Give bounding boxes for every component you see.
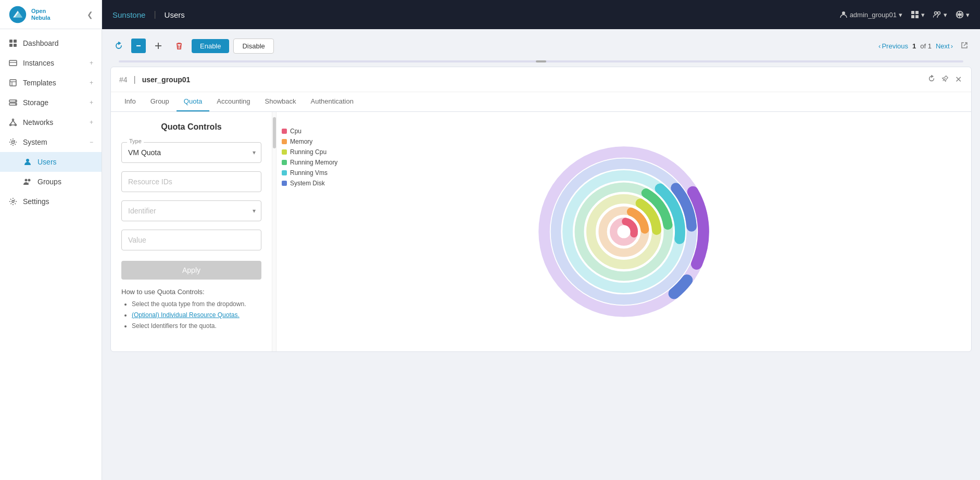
- instances-icon: [8, 58, 18, 68]
- sidebar-item-dashboard-label: Dashboard: [23, 39, 59, 47]
- cpu-legend-label: Cpu: [290, 128, 301, 135]
- sidebar-item-settings[interactable]: Settings: [0, 192, 102, 211]
- running-cpu-legend-dot: [282, 149, 287, 155]
- help-item-3: Select Identifiers for the quota.: [132, 322, 261, 331]
- svg-marker-33: [119, 42, 120, 44]
- tab-authentication[interactable]: Authentication: [304, 92, 361, 111]
- pagination-previous-btn[interactable]: ‹ Previous: [878, 42, 908, 50]
- minus-btn[interactable]: [131, 39, 146, 53]
- sidebar-item-settings-label: Settings: [23, 197, 49, 206]
- previous-chevron-icon: ‹: [878, 42, 881, 50]
- pagination-current: 1: [912, 42, 916, 50]
- topbar: Sunstone | Users admin_group01 ▾ ▾ ▾ ▾: [102, 0, 980, 29]
- delete-btn[interactable]: [171, 37, 187, 54]
- scrollbar-track[interactable]: [119, 60, 963, 62]
- scrollbar-thumb[interactable]: [536, 60, 546, 62]
- svg-point-31: [938, 12, 940, 15]
- topbar-separator: |: [154, 10, 156, 19]
- content-area: Enable Disable ‹ Previous 1 of 1 Next ›: [102, 29, 980, 480]
- resource-ids-form-group: [121, 171, 261, 192]
- quota-chart-area: Cpu Memory Running Cpu Running Memo: [277, 112, 971, 351]
- enable-btn[interactable]: Enable: [192, 39, 229, 53]
- sidebar-item-networks[interactable]: Networks +: [0, 112, 102, 132]
- identifier-form-group: Identifier ▾: [121, 200, 261, 221]
- svg-rect-4: [14, 44, 17, 47]
- type-form-group: Type VM Quota Network Quota Image Quota …: [121, 142, 261, 163]
- svg-point-22: [25, 179, 28, 182]
- grid-view-btn[interactable]: ▾: [911, 10, 925, 19]
- svg-line-37: [178, 45, 179, 48]
- type-select[interactable]: VM Quota Network Quota Image Quota Datas…: [128, 148, 255, 157]
- identifier-select[interactable]: Identifier: [128, 207, 255, 215]
- sidebar-nav: Dashboard Instances + Templates + Storag…: [0, 29, 102, 480]
- svg-point-21: [26, 159, 29, 162]
- type-label: Type: [127, 138, 144, 144]
- chart-legend: Cpu Memory Running Cpu Running Memo: [277, 122, 343, 192]
- type-field-wrap: Type VM Quota Network Quota Image Quota …: [121, 142, 261, 163]
- sidebar-logo-text: Open Nebula: [31, 8, 51, 20]
- svg-line-39: [964, 43, 967, 46]
- help-list: Select the quota type from the dropdown.…: [121, 300, 261, 330]
- sidebar-item-storage[interactable]: Storage +: [0, 93, 102, 112]
- individual-resource-link[interactable]: (Optional) Individual Resource Quotas.: [132, 311, 240, 319]
- resource-ids-input[interactable]: [128, 178, 255, 186]
- sidebar-item-groups[interactable]: Groups: [0, 172, 102, 192]
- legend-cpu: Cpu: [282, 128, 337, 135]
- sidebar-item-templates[interactable]: Templates +: [0, 73, 102, 93]
- svg-point-25: [842, 11, 845, 15]
- pagination-next-btn[interactable]: Next ›: [936, 42, 953, 50]
- sidebar-item-users-label: Users: [37, 158, 57, 166]
- pagination-of-label: of 1: [920, 42, 932, 50]
- apply-btn[interactable]: Apply: [121, 261, 261, 280]
- running-vms-legend-label: Running Vms: [290, 169, 328, 176]
- sidebar-collapse-btn[interactable]: ❮: [87, 10, 93, 19]
- tab-group[interactable]: Group: [143, 92, 177, 111]
- svg-rect-29: [915, 15, 919, 18]
- panel-refresh-btn[interactable]: [927, 73, 936, 85]
- people-chevron-icon: ▾: [944, 11, 947, 19]
- sidebar-item-dashboard[interactable]: Dashboard: [0, 33, 102, 53]
- vertical-scroll-thumb[interactable]: [273, 117, 276, 148]
- tab-quota[interactable]: Quota: [177, 92, 209, 111]
- external-link-btn[interactable]: [957, 39, 972, 53]
- opennebula-logo-icon: [8, 5, 27, 24]
- panel-close-btn[interactable]: ✕: [954, 73, 963, 85]
- sidebar-item-groups-label: Groups: [37, 178, 61, 186]
- refresh-btn[interactable]: [110, 37, 127, 54]
- panel-id: #4: [119, 75, 128, 84]
- sidebar-item-storage-label: Storage: [23, 98, 48, 107]
- help-item-1: Select the quota type from the dropdown.: [132, 300, 261, 309]
- value-input[interactable]: [128, 236, 255, 244]
- previous-label: Previous: [882, 42, 908, 50]
- panel-body: Quota Controls Type VM Quota Network Quo…: [111, 112, 971, 351]
- svg-point-20: [12, 141, 15, 144]
- next-label: Next: [936, 42, 950, 50]
- panel-pin-btn[interactable]: [940, 73, 950, 85]
- tab-showback[interactable]: Showback: [258, 92, 304, 111]
- value-field-wrap: [121, 230, 261, 250]
- svg-rect-3: [9, 44, 12, 47]
- legend-running-vms: Running Vms: [282, 169, 337, 176]
- help-text-section: How to use Quota Controls: Select the qu…: [121, 288, 261, 330]
- disable-btn[interactable]: Disable: [233, 39, 273, 54]
- next-chevron-icon: ›: [951, 42, 953, 50]
- panel-title: user_group01: [142, 75, 191, 84]
- sidebar-item-users[interactable]: Users: [0, 152, 102, 172]
- sidebar-item-templates-label: Templates: [23, 79, 56, 87]
- sidebar-item-instances[interactable]: Instances +: [0, 53, 102, 73]
- system-disk-legend-label: System Disk: [290, 180, 325, 187]
- help-item-2[interactable]: (Optional) Individual Resource Quotas.: [132, 311, 261, 320]
- instances-expand-icon: +: [90, 59, 93, 67]
- tab-accounting[interactable]: Accounting: [209, 92, 257, 111]
- users-icon: [23, 157, 32, 167]
- user-menu-btn[interactable]: admin_group01 ▾: [839, 10, 902, 19]
- templates-icon: [8, 78, 18, 87]
- resource-ids-field-wrap: [121, 171, 261, 192]
- system-icon: [8, 137, 18, 147]
- sidebar-item-system[interactable]: System −: [0, 132, 102, 152]
- language-btn[interactable]: ▾: [956, 10, 970, 19]
- svg-point-24: [12, 200, 14, 203]
- people-view-btn[interactable]: ▾: [933, 10, 947, 19]
- tab-info[interactable]: Info: [117, 92, 143, 111]
- add-btn[interactable]: [150, 37, 167, 54]
